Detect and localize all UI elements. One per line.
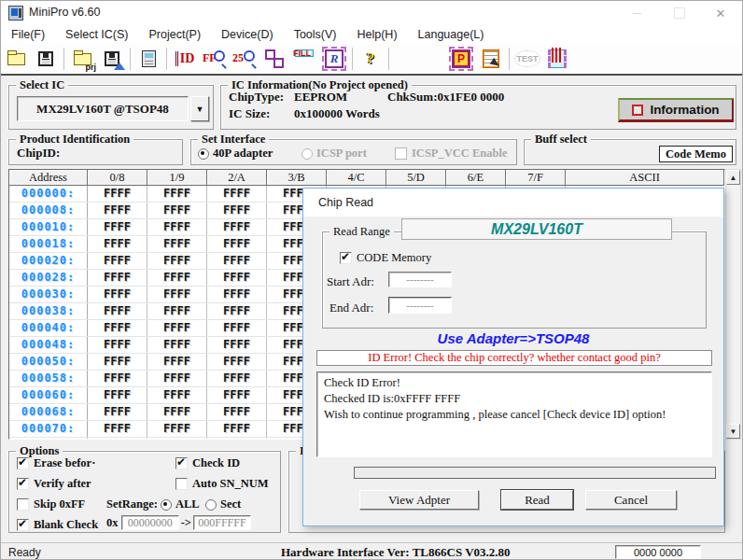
hex-cell[interactable]: FFFF xyxy=(207,438,267,440)
hex-cell[interactable]: FFFF xyxy=(207,320,267,336)
hex-cell[interactable]: FFFF xyxy=(88,404,147,420)
checkbox-erase-before[interactable]: Erase befor· xyxy=(17,456,95,470)
hex-cell[interactable]: FFFF xyxy=(147,270,207,286)
hex-cell[interactable]: FFFF xyxy=(88,421,147,437)
hex-cell[interactable]: FFFF xyxy=(147,203,207,218)
menu-project[interactable]: Project(P) xyxy=(139,28,212,41)
toolbar-separator xyxy=(130,48,131,70)
hex-cell[interactable]: FFFF xyxy=(88,287,147,302)
menu-help[interactable]: Help(H) xyxy=(346,28,407,41)
hex-cell[interactable]: FFFF xyxy=(88,270,147,286)
hex-cell[interactable]: FFFF xyxy=(147,320,207,336)
hex-cell[interactable]: FFFF xyxy=(207,186,267,202)
hex-cell[interactable]: FFFF xyxy=(147,186,207,202)
radio-40p-adapter[interactable]: 40P adapter xyxy=(198,147,273,161)
hex-cell[interactable]: FFFF xyxy=(88,219,147,235)
hex-cell[interactable]: FFFF xyxy=(207,387,267,403)
selected-ic-combobox[interactable]: MX29LV160T @TSOP48 xyxy=(17,96,189,121)
range-from-field[interactable]: 00000000 xyxy=(121,515,179,530)
hex-cell[interactable]: FFFF xyxy=(207,421,267,437)
program-chip-button[interactable]: P xyxy=(446,46,476,72)
hex-cell[interactable]: FFFF xyxy=(88,387,147,403)
end-adr-field[interactable]: -------- xyxy=(388,297,452,314)
hex-cell[interactable]: FFFF xyxy=(88,186,147,202)
hex-cell[interactable]: FFFF xyxy=(207,354,267,370)
hex-cell[interactable]: FFFF xyxy=(207,236,267,252)
hex-cell[interactable]: FFFF xyxy=(147,236,207,252)
hex-cell[interactable]: FFFF xyxy=(147,438,207,440)
hex-cell[interactable]: FFFF xyxy=(147,421,207,437)
ic-dropdown-button[interactable]: ▼ xyxy=(190,96,209,121)
hex-cell[interactable]: FFFF xyxy=(88,303,147,319)
start-adr-field[interactable]: -------- xyxy=(388,272,452,287)
range-to-field[interactable]: 000FFFFF xyxy=(193,515,251,530)
hex-cell[interactable]: FFFF xyxy=(147,287,207,302)
hex-cell[interactable]: FFFF xyxy=(207,337,267,353)
open-file-button[interactable] xyxy=(1,46,31,72)
app-icon xyxy=(8,6,23,21)
hex-cell[interactable]: FFFF xyxy=(147,404,207,420)
help-button[interactable]: ? xyxy=(356,46,386,72)
menu-file[interactable]: File(F) xyxy=(1,28,55,41)
view-adapter-button[interactable]: View Adpter xyxy=(359,490,479,510)
menu-select-ic[interactable]: Select IC(S) xyxy=(55,28,138,41)
scroll-down-button[interactable]: ▼ xyxy=(726,424,740,439)
save-project-button[interactable] xyxy=(97,46,127,72)
checkbox-blank-check[interactable]: Blank Check xyxy=(17,518,98,532)
cancel-button[interactable]: Cancel xyxy=(585,490,677,510)
hex-table-scrollbar[interactable]: ▲ ▼ xyxy=(725,169,741,440)
hex-cell[interactable]: FFFF xyxy=(147,337,207,353)
menu-language[interactable]: Language(L) xyxy=(408,28,495,41)
dialog-title-bar[interactable]: Chip Read xyxy=(303,189,723,217)
open-project-button[interactable]: prj xyxy=(67,46,97,72)
hex-cell[interactable]: FFFF xyxy=(207,253,267,269)
chip-id-button[interactable]: ID xyxy=(170,46,200,72)
hex-cell[interactable]: FFFF xyxy=(207,404,267,420)
hex-cell[interactable]: FFFF xyxy=(88,354,147,370)
hex-cell[interactable]: FFFF xyxy=(147,219,207,235)
save-file-button[interactable] xyxy=(31,46,61,72)
hex-cell[interactable]: FFFF xyxy=(88,371,147,386)
scroll-up-button[interactable]: ▲ xyxy=(726,170,740,185)
find-25-button[interactable]: 25 xyxy=(230,46,259,72)
hex-cell[interactable]: FFFF xyxy=(147,253,207,269)
hex-cell[interactable]: FFFF xyxy=(147,354,207,370)
hex-cell[interactable]: FFFF xyxy=(207,371,267,386)
hex-cell[interactable]: FFFF xyxy=(88,203,147,218)
read-button[interactable]: Read xyxy=(501,490,573,510)
checkbox-code-memory[interactable]: CODE Memory xyxy=(340,251,431,265)
hex-cell[interactable]: FFFF xyxy=(207,219,267,235)
hex-cell[interactable]: FFFF xyxy=(147,387,207,403)
hex-cell[interactable]: FFFF xyxy=(207,270,267,286)
close-button[interactable]: ✕ xyxy=(712,7,729,20)
find-ff-button[interactable]: FF xyxy=(200,46,230,72)
menu-tools[interactable]: Tools(V) xyxy=(284,28,347,41)
checkbox-skip-ff[interactable]: Skip 0xFF xyxy=(17,497,85,511)
hex-cell[interactable]: FFFF xyxy=(88,253,147,269)
checkbox-verify-after[interactable]: Verify after xyxy=(17,477,91,491)
hex-cell[interactable]: FFFF xyxy=(88,337,147,353)
tab-code-memory[interactable]: Code Memo xyxy=(659,146,733,162)
hex-cell[interactable]: FFFF xyxy=(207,203,267,218)
hex-cell[interactable]: FFFF xyxy=(147,303,207,319)
radio-sect-icon[interactable] xyxy=(205,499,217,511)
copy-buffer-button[interactable] xyxy=(259,46,289,72)
hex-cell[interactable]: FFFF xyxy=(207,303,267,319)
menu-device[interactable]: Device(D) xyxy=(211,28,284,41)
checkbox-auto-sn[interactable]: Auto SN_NUM xyxy=(175,477,269,491)
radio-all-icon[interactable] xyxy=(161,499,172,511)
erase-chip-button[interactable] xyxy=(476,46,506,72)
hex-cell[interactable]: FFFF xyxy=(88,236,147,252)
pin-detect-button[interactable] xyxy=(542,46,572,72)
hex-cell[interactable]: FFFF xyxy=(207,287,267,302)
maximize-button[interactable] xyxy=(671,7,688,20)
device-config-button[interactable] xyxy=(133,46,163,72)
information-button[interactable]: Information xyxy=(618,98,734,122)
read-chip-button[interactable]: R xyxy=(319,46,349,72)
fill-block-button[interactable]: FILL xyxy=(289,46,319,72)
hex-cell[interactable]: FFFF xyxy=(88,438,147,440)
checkbox-check-id[interactable]: Check ID xyxy=(175,456,240,470)
minimize-button[interactable] xyxy=(628,7,645,20)
hex-cell[interactable]: FFFF xyxy=(147,371,207,386)
hex-cell[interactable]: FFFF xyxy=(88,320,147,336)
